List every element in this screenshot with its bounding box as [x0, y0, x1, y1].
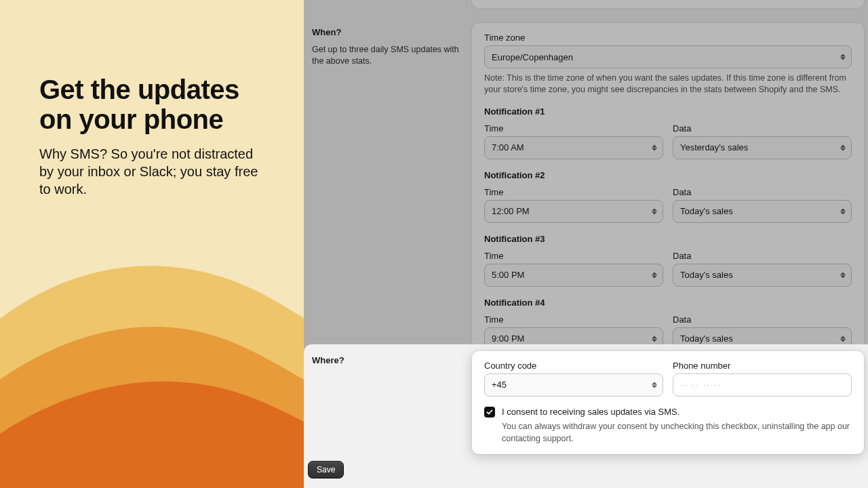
phone-input[interactable]	[673, 373, 852, 396]
notification-1-title: Notification #1	[484, 106, 852, 117]
consent-checkbox[interactable]	[484, 407, 495, 418]
when-card: Time zone Europe/Copenhagen Note: This i…	[472, 23, 864, 360]
where-card: Country code +45 Phone number	[472, 351, 864, 454]
check-icon	[486, 409, 493, 415]
chevron-updown-icon	[840, 336, 846, 342]
notification-1-time-label: Time	[484, 123, 663, 134]
notification-3-row: Time 5:00 PM Data Today's sales	[484, 251, 852, 287]
left-marketing-pane: Get the updates on your phone Why SMS? S…	[0, 0, 304, 488]
notification-2-data-label: Data	[673, 187, 852, 197]
notification-4-time-label: Time	[484, 314, 663, 325]
consent-sublabel: You can always withdraw your consent by …	[502, 421, 852, 445]
chevron-updown-icon	[652, 272, 657, 278]
notification-2-title: Notification #2	[484, 170, 852, 180]
notification-3-data-label: Data	[673, 251, 852, 261]
when-description: Get up to three daily SMS updates with t…	[312, 44, 461, 67]
notification-1-data-select[interactable]: Yesterday's sales	[673, 136, 852, 159]
notification-2-time-label: Time	[484, 187, 663, 197]
notification-3-time-select[interactable]: 5:00 PM	[484, 264, 663, 287]
consent-label: I consent to receiving sales updates via…	[502, 406, 852, 418]
timezone-select[interactable]: Europe/Copenhagen	[484, 45, 852, 68]
chevron-updown-icon	[840, 208, 846, 214]
country-code-value: +45	[492, 380, 507, 390]
notification-3-title: Notification #3	[484, 234, 852, 244]
page-title: Get the updates on your phone	[39, 75, 277, 134]
chevron-updown-icon	[652, 336, 657, 342]
notification-2-row: Time 12:00 PM Data Today's sales	[484, 187, 852, 223]
notification-4-data-label: Data	[673, 314, 852, 325]
chevron-updown-icon	[652, 144, 657, 150]
country-code-label: Country code	[484, 361, 663, 371]
notification-1-row: Time 7:00 AM Data Yesterday's sales	[484, 123, 852, 159]
title-line-1: Get the updates	[39, 75, 239, 104]
phone-label: Phone number	[673, 361, 852, 371]
chevron-updown-icon	[840, 272, 846, 278]
notification-1-data-label: Data	[673, 123, 852, 134]
chevron-updown-icon	[840, 144, 846, 150]
where-section: Where? Country code +45 Phone number	[304, 344, 868, 488]
chevron-updown-icon	[652, 208, 657, 214]
country-code-select[interactable]: +45	[484, 373, 663, 396]
notification-4-time-value: 9:00 PM	[492, 333, 524, 344]
notification-1-data-value: Yesterday's sales	[680, 142, 748, 152]
when-heading: When?	[312, 27, 461, 37]
chevron-updown-icon	[652, 382, 657, 388]
notification-1-time-value: 7:00 AM	[492, 142, 524, 152]
notification-2-time-value: 12:00 PM	[492, 206, 530, 216]
timezone-label: Time zone	[484, 33, 852, 43]
notification-3-data-select[interactable]: Today's sales	[673, 264, 852, 287]
notification-3-data-value: Today's sales	[680, 270, 733, 280]
page-subtitle: Why SMS? So you're not distracted by you…	[39, 145, 263, 198]
chevron-updown-icon	[840, 54, 846, 60]
notification-2-data-value: Today's sales	[680, 206, 733, 216]
previous-card-edge	[472, 0, 864, 8]
notification-3-time-value: 5:00 PM	[492, 270, 524, 280]
notification-2-data-select[interactable]: Today's sales	[673, 200, 852, 223]
notification-3-time-label: Time	[484, 251, 663, 261]
notification-4-title: Notification #4	[484, 298, 852, 308]
notification-4-data-value: Today's sales	[680, 333, 733, 344]
when-section: When? Get up to three daily SMS updates …	[308, 23, 864, 365]
save-button[interactable]: Save	[308, 461, 344, 479]
settings-pane: When? Get up to three daily SMS updates …	[304, 0, 868, 488]
title-line-2: on your phone	[39, 104, 223, 134]
where-heading: Where?	[312, 355, 461, 365]
notification-1-time-select[interactable]: 7:00 AM	[484, 136, 663, 159]
timezone-note: Note: This is the time zone of when you …	[484, 73, 852, 96]
timezone-value: Europe/Copenhagen	[492, 52, 573, 62]
notification-2-time-select[interactable]: 12:00 PM	[484, 200, 663, 223]
